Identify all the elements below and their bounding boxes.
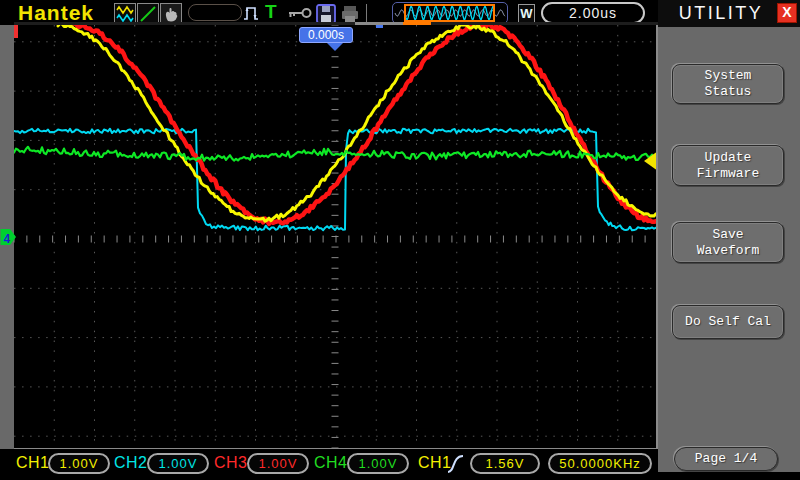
channel-waves-glyph [115,4,135,24]
display-corner-marker [14,25,18,38]
page-button[interactable]: Page 1/4 [674,447,778,471]
trigger-position-tick [376,25,383,28]
pulse-trigger-glyph [242,3,262,23]
button-label: Save [712,227,743,243]
button-label: Update [705,150,752,166]
svg-text:4: 4 [4,232,11,246]
menu-sidebar: UTILITY X System Status Update Firmware … [658,0,800,480]
button-label: Firmware [697,166,759,182]
toolbar: Hantek T [0,0,658,25]
do-self-cal-button[interactable]: Do Self Cal [672,305,784,339]
ch3-scale: 1.00V [247,453,309,474]
button-label: Status [705,84,752,100]
close-menu-button[interactable]: X [777,3,797,23]
preview-window-box[interactable] [404,4,495,22]
oscilloscope-screen: Hantek T [0,0,800,480]
empty-indicator-slot [188,4,242,21]
status-bar: CH1 1.00V CH2 1.00V CH3 1.00V CH4 1.00V … [0,449,658,480]
time-offset-flag[interactable]: 0.000s [299,27,353,43]
hand-cursor-glyph [161,4,181,24]
menu-header: UTILITY X [658,0,800,27]
save-waveform-button[interactable]: Save Waveform [672,222,784,263]
button-label: Do Self Cal [685,314,771,330]
ch3-label: CH3 [214,454,248,472]
toolbar-separator [366,4,367,22]
update-firmware-button[interactable]: Update Firmware [672,145,784,186]
key-lock-glyph [287,6,313,20]
button-label: Waveform [697,243,759,259]
ch4-scale: 1.00V [347,453,409,474]
trigger-level-value: 1.56V [470,453,540,474]
ch4-label: CH4 [314,454,348,472]
system-status-button[interactable]: System Status [672,64,784,104]
waveform-display: 4 [0,25,658,448]
menu-body: System Status Update Firmware Save Wavef… [658,27,800,472]
timebase-value: 2.00us [541,2,645,24]
slope-line-glyph [138,4,158,24]
trigger-slope-icon [446,452,466,480]
ch2-label: CH2 [114,454,148,472]
ch1-scale: 1.00V [48,453,110,474]
ch4-ground-marker[interactable]: 4 [1,229,17,246]
trigger-frequency-value: 50.0000KHz [548,453,652,474]
trigger-t-icon[interactable]: T [265,1,277,23]
ch2-scale: 1.00V [147,453,209,474]
button-label: System [705,68,752,84]
time-offset-flag-pointer [327,43,343,51]
menu-title: UTILITY [668,3,774,24]
ch1-label: CH1 [16,454,50,472]
window-mode-badge: W [518,4,535,23]
record-preview[interactable] [392,2,508,24]
